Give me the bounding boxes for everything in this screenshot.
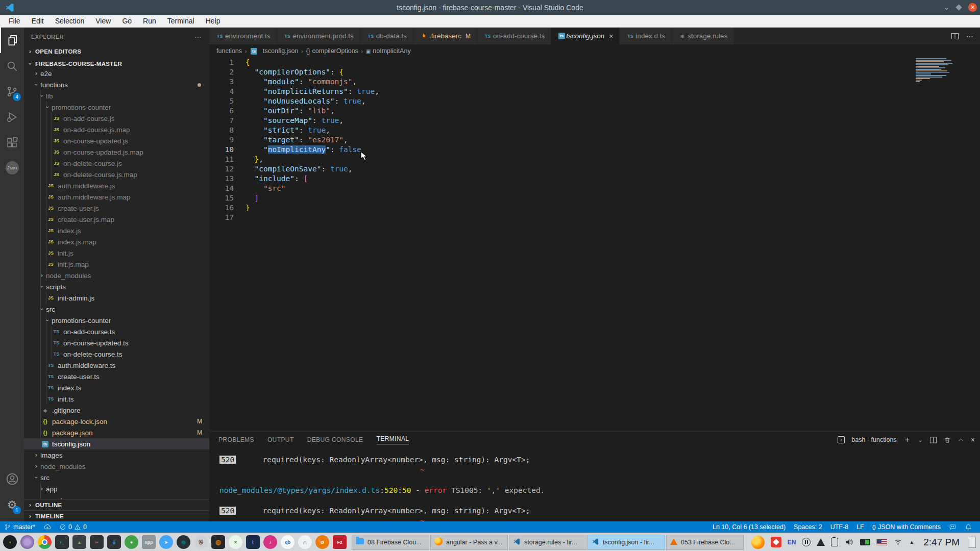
settings-gear-icon[interactable]: ⚙1 [0, 492, 24, 517]
close-panel-icon[interactable]: × [971, 436, 975, 444]
outline-section[interactable]: ›OUTLINE [24, 499, 209, 510]
tree-folder-node-modules[interactable]: ›node_modules [24, 461, 209, 472]
green-app-launcher-icon[interactable]: ● [125, 535, 138, 549]
tree-file-auth-middleware-js-map[interactable]: JSauth.middleware.js.map [24, 191, 209, 203]
tab-storage-rules[interactable]: ≡storage.rules [672, 28, 734, 44]
tree-file-create-user-js-map[interactable]: JScreate-user.js.map [24, 214, 209, 225]
code-line-8[interactable]: 8 "strict": true, [209, 126, 980, 135]
tree-file-package-json[interactable]: {}package.jsonM [24, 427, 209, 438]
explorer-icon[interactable] [0, 28, 24, 53]
panel-tab-output[interactable]: OUTPUT [267, 436, 294, 443]
tor-browser-launcher-icon[interactable] [20, 535, 34, 549]
volume-tray-icon[interactable] [844, 538, 854, 546]
tree-file-on-add-course-js-map[interactable]: JSon-add-course.js.map [24, 124, 209, 135]
maximize-panel-icon[interactable] [958, 437, 964, 443]
code-line-15[interactable]: 15 ] [209, 193, 980, 203]
tree-file-init-admin-js[interactable]: JSinit-admin.js [24, 292, 209, 304]
kill-terminal-icon[interactable] [944, 436, 951, 444]
menu-help[interactable]: Help [200, 15, 226, 28]
panel-tab-debug-console[interactable]: DEBUG CONSOLE [307, 436, 363, 443]
panel-tab-terminal[interactable]: TERMINAL [377, 435, 409, 444]
notepadqq-launcher-icon[interactable]: npp [142, 535, 156, 549]
sync-changes-item[interactable] [39, 521, 55, 533]
menu-selection[interactable]: Selection [50, 15, 90, 28]
tree-file-on-add-course-js[interactable]: JSon-add-course.js [24, 113, 209, 124]
tree-folder-promotions-counter[interactable]: ›promotions-counter [24, 315, 209, 326]
breadcrumb-item-noimplicitany[interactable]: ▣noImplicitAny [366, 47, 411, 55]
breadcrumb-item-compileroptions[interactable]: {}compilerOptions [306, 47, 358, 55]
menu-view[interactable]: View [90, 15, 116, 28]
terminal-instance-label[interactable]: bash - functions [851, 436, 896, 443]
image-viewer-launcher-icon[interactable]: ▲ [72, 535, 86, 549]
tree-folder-scripts[interactable]: ›scripts [24, 281, 209, 292]
close-icon[interactable]: ✕ [968, 3, 977, 12]
tree-file-create-user-js[interactable]: JScreate-user.js [24, 203, 209, 214]
gimp-launcher-icon[interactable]: 𝒢 [194, 535, 208, 549]
taskbar-clock[interactable]: 2:47 PM [923, 537, 960, 548]
tree-file-index-ts[interactable]: TSindex.ts [24, 382, 209, 393]
status-cursor-position[interactable]: Ln 10, Col 6 (13 selected) [708, 521, 790, 533]
tray-expand-icon[interactable]: ▲ [909, 539, 914, 545]
code-line-6[interactable]: 6 "outDir": "lib", [209, 106, 980, 116]
terminal-dropdown-icon[interactable]: ⌄ [918, 437, 923, 443]
tab-tsconfig-json[interactable]: tstsconfig.json× [551, 28, 620, 44]
code-line-11[interactable]: 11 }, [209, 155, 980, 164]
tab-environment-prod-ts[interactable]: TSenvironment.prod.ts [277, 28, 360, 44]
tree-file-on-delete-course-js[interactable]: JSon-delete-course.js [24, 158, 209, 169]
json-extension-icon[interactable]: Json [0, 155, 24, 181]
taskbar-window-tsconfig-json-fir-[interactable]: tsconfig.json - fir... [587, 535, 665, 550]
taskbar-window-053-firebase-clo-[interactable]: 053 Firebase Clo... [666, 535, 744, 550]
menu-file[interactable]: File [3, 15, 26, 28]
tree-file-on-delete-course-ts[interactable]: TSon-delete-course.ts [24, 348, 209, 360]
tree-folder-app[interactable]: ›app [24, 483, 209, 494]
tree-folder-functions[interactable]: ›functions [24, 79, 209, 90]
tab-index-d-ts[interactable]: TSindex.d.ts [620, 28, 672, 44]
feedback-icon[interactable] [945, 521, 961, 533]
tree-file-init-js[interactable]: JSinit.js [24, 247, 209, 259]
source-control-icon[interactable]: 4 [0, 79, 24, 104]
pause-tray-icon[interactable] [802, 538, 811, 546]
tab--firebaserc[interactable]: .firebasercM [413, 28, 477, 44]
messenger-launcher-icon[interactable]: ➤ [159, 535, 173, 549]
tab-db-data-ts[interactable]: TSdb-data.ts [360, 28, 413, 44]
code-line-13[interactable]: 13 "include": [ [209, 174, 980, 184]
handbrake-launcher-icon[interactable]: ◍ [211, 535, 225, 549]
tree-folder-e2e[interactable]: ›e2e [24, 68, 209, 79]
maximize-icon[interactable] [955, 4, 962, 11]
close-tab-icon[interactable]: × [609, 32, 613, 40]
taskbar-window-angular-pass-a-v-[interactable]: angular - Pass a v... [430, 535, 508, 550]
menu-run[interactable]: Run [137, 15, 162, 28]
tree-file-init-ts[interactable]: TSinit.ts [24, 393, 209, 405]
code-line-16[interactable]: 16} [209, 203, 980, 213]
terminal-output[interactable]: 520 required(keys: ReadonlyArray<number>… [219, 455, 545, 526]
tree-file-on-course-updated-js-map[interactable]: JSon-course-updated.js.map [24, 146, 209, 158]
minimap[interactable] [916, 58, 955, 83]
code-line-3[interactable]: 3 "module": "commonjs", [209, 77, 980, 87]
search-icon[interactable] [0, 53, 24, 79]
code-line-9[interactable]: 9 "target": "es2017", [209, 135, 980, 145]
menu-terminal[interactable]: Terminal [162, 15, 200, 28]
keyboard-layout-indicator[interactable]: EN [788, 539, 796, 546]
tree-file-auth-middleware-ts[interactable]: TSauth.middleware.ts [24, 360, 209, 371]
tree-file-on-course-updated-js[interactable]: JSon-course-updated.js [24, 135, 209, 146]
recorder-launcher-icon[interactable]: ◎ [177, 535, 190, 549]
code-line-7[interactable]: 7 "sourceMap": true, [209, 116, 980, 126]
tree-folder-src[interactable]: ›src [24, 472, 209, 483]
code-line-14[interactable]: 14 "src" [209, 184, 980, 193]
split-terminal-icon[interactable] [929, 436, 937, 444]
tree-file-init-js-map[interactable]: JSinit.js.map [24, 259, 209, 270]
notifications-bell-icon[interactable] [961, 521, 976, 533]
git-branch-item[interactable]: master* [0, 521, 39, 533]
chrome-launcher-icon[interactable] [38, 535, 52, 549]
code-line-2[interactable]: 2 "compilerOptions": { [209, 67, 980, 77]
tab-on-add-course-ts[interactable]: TSon-add-course.ts [477, 28, 551, 44]
taskbar-window-08-firebase-clou-[interactable]: 08 Firebase Clou... [352, 535, 429, 550]
code-line-1[interactable]: 1{ [209, 58, 980, 67]
problems-item[interactable]: 0 0 [55, 521, 91, 533]
screenshot-tool-launcher-icon[interactable]: ✂ [90, 535, 104, 549]
breadcrumb-item-functions[interactable]: functions [216, 47, 242, 55]
tree-file-on-delete-course-js-map[interactable]: JSon-delete-course.js.map [24, 169, 209, 180]
code-line-4[interactable]: 4 "noImplicitReturns": true, [209, 87, 980, 96]
tree-file-tsconfig-json[interactable]: tstsconfig.json [24, 438, 209, 449]
firefox-tray-icon[interactable] [751, 536, 765, 549]
